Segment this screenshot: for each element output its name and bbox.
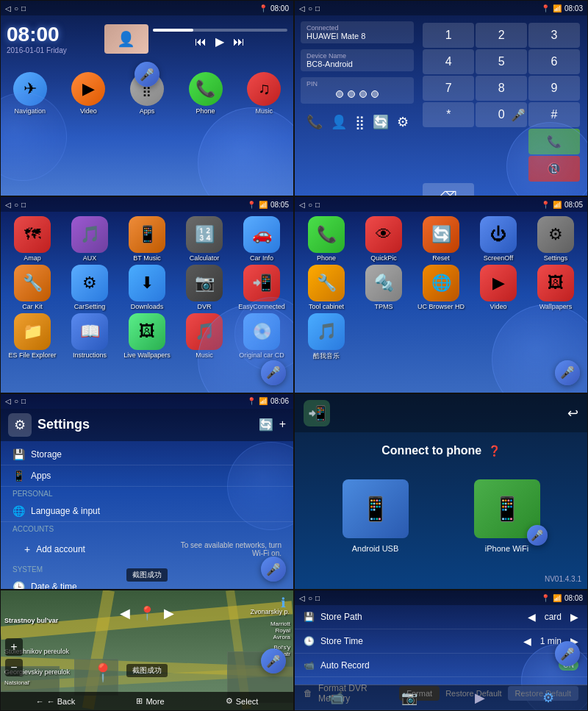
app-kuwo-music[interactable]: 🎵 酷我音乐: [299, 313, 354, 361]
dvr-tab-4[interactable]: ⚙: [542, 690, 554, 706]
app-screen-off[interactable]: ⏻ ScreenOff: [471, 216, 526, 262]
app-es-file-explorer[interactable]: 📁 ES File Explorer: [5, 313, 60, 359]
nav-item-video[interactable]: ▶ Video: [71, 72, 105, 115]
app-tool-cabinet[interactable]: 🔧 Tool cabinet: [299, 265, 354, 310]
dvr-tab-2[interactable]: 📷: [401, 690, 417, 706]
dvr-tab-3[interactable]: ▶: [475, 690, 485, 706]
nav-left-arrow[interactable]: ◀: [120, 605, 130, 621]
store-path-right-arrow[interactable]: ▶: [570, 611, 578, 623]
recent-icon-p5[interactable]: □: [21, 397, 26, 405]
dial-3[interactable]: 3: [528, 23, 580, 48]
app-live-wallpapers[interactable]: 🖼 Live Wallpapers: [120, 313, 174, 359]
p2-time: 08:03: [564, 4, 583, 12]
nav-info-icon[interactable]: ℹ: [281, 595, 286, 611]
dvr-tab-1[interactable]: 📹: [328, 690, 344, 706]
nav-location-marker: 📍: [139, 605, 155, 621]
dial-4[interactable]: 4: [423, 49, 474, 74]
settings-add-account[interactable]: + Add account: [12, 539, 171, 560]
back-icon-p5[interactable]: ◁: [5, 397, 11, 405]
back-button-p6[interactable]: ↩: [567, 405, 578, 421]
dial-phone-icon[interactable]: 📞: [306, 114, 323, 130]
home-icon-p3[interactable]: ○: [14, 201, 18, 209]
panel-connect-phone: 📲 ↩ Connect to phone ❓ 📱 Android USB 📱 🎤: [294, 393, 588, 590]
dial-0[interactable]: 0 🎤: [476, 102, 527, 127]
app-reset[interactable]: 🔄 Reset: [414, 216, 468, 262]
back-icon[interactable]: ◁: [5, 4, 11, 12]
play-icon[interactable]: ▶: [215, 35, 224, 49]
recent-icon-p8[interactable]: □: [315, 594, 320, 602]
mic-button-dvr[interactable]: 🎤: [555, 641, 580, 666]
app-bt-music[interactable]: 📱 BT Music: [120, 216, 174, 262]
zoom-in-button[interactable]: +: [5, 638, 23, 656]
app-video[interactable]: ▶ Video: [471, 265, 526, 310]
dial-5[interactable]: 5: [476, 49, 527, 74]
signal-icon-p2: 📶: [553, 4, 562, 12]
dial-grid-icon[interactable]: ⣿: [355, 114, 365, 130]
delete-button[interactable]: ⌫: [423, 183, 474, 196]
mic-button-p5[interactable]: 🎤: [261, 557, 286, 582]
mic-button[interactable]: 🎤: [135, 62, 159, 87]
app-settings[interactable]: ⚙ Settings: [528, 216, 583, 262]
app-amap[interactable]: 🗺 Amap: [5, 216, 60, 262]
app-uc-browser[interactable]: 🌐 UC Browser HD: [414, 265, 468, 310]
p8-time: 08:08: [564, 594, 583, 602]
dial-star[interactable]: *: [423, 102, 474, 127]
home-icon-p8[interactable]: ○: [308, 594, 312, 602]
location-icon: 📍: [259, 4, 268, 12]
app-calculator[interactable]: 🔢 Calculator: [177, 216, 232, 262]
prev-track-icon[interactable]: ⏮: [195, 35, 207, 49]
nav-item-phone[interactable]: 📞 Phone: [189, 72, 223, 115]
app-instructions[interactable]: 📖 Instructions: [62, 313, 117, 359]
back-icon-p8[interactable]: ◁: [299, 594, 305, 602]
dial-refresh-icon[interactable]: 🔄: [373, 114, 389, 130]
dial-contact-icon[interactable]: 👤: [331, 114, 347, 130]
select-button-map[interactable]: ⚙Select: [226, 696, 259, 706]
mic-button-p3[interactable]: 🎤: [261, 360, 286, 385]
iphone-wifi-option[interactable]: 📱 🎤 iPhone WiFi: [474, 479, 540, 553]
dial-1[interactable]: 1: [423, 23, 474, 48]
app-aux[interactable]: 🎵 AUX: [62, 216, 117, 262]
settings-add-icon[interactable]: +: [279, 418, 286, 432]
more-button-map[interactable]: ⊞More: [136, 696, 164, 706]
mic-button-p4[interactable]: 🎤: [555, 360, 580, 385]
dial-8[interactable]: 8: [476, 76, 527, 101]
back-icon-p3[interactable]: ◁: [5, 201, 11, 209]
recent-icon-p4[interactable]: □: [315, 201, 320, 209]
settings-refresh-icon[interactable]: 🔄: [259, 418, 273, 432]
home-icon-p5[interactable]: ○: [14, 397, 18, 405]
nav-right-arrow[interactable]: ▶: [164, 605, 174, 621]
back-icon-p2[interactable]: ◁: [299, 4, 305, 12]
location-icon-p8: 📍: [541, 594, 550, 602]
app-car-info[interactable]: 🚗 Car Info: [234, 216, 289, 262]
back-button-map[interactable]: ←← Back: [36, 696, 76, 706]
dial-2[interactable]: 2: [476, 23, 527, 48]
app-quickpic[interactable]: 👁 QuickPic: [356, 216, 411, 262]
dial-settings-icon[interactable]: ⚙: [397, 114, 409, 130]
app-tpms[interactable]: 🔩 TPMS: [356, 265, 411, 310]
dial-9[interactable]: 9: [528, 76, 580, 101]
app-car-kit[interactable]: 🔧 Car Kit: [5, 265, 60, 310]
recent-icon-p3[interactable]: □: [21, 201, 26, 209]
back-icon-p4[interactable]: ◁: [299, 201, 305, 209]
store-path-left-arrow[interactable]: ◀: [528, 611, 536, 623]
app-wallpapers[interactable]: 🖼 Wallpapers: [528, 265, 583, 310]
app-car-setting[interactable]: ⚙ CarSetting: [62, 265, 117, 310]
p4-time: 08:05: [564, 201, 583, 209]
recent-icon[interactable]: □: [21, 4, 26, 12]
home-icon[interactable]: ○: [14, 4, 18, 12]
app-phone[interactable]: 📞 Phone: [299, 216, 354, 262]
app-downloads[interactable]: ⬇ Downloads: [120, 265, 174, 310]
zoom-out-button[interactable]: −: [5, 659, 23, 676]
dial-6[interactable]: 6: [528, 49, 580, 74]
app-dvr[interactable]: 📷 DVR: [177, 265, 232, 310]
mic-button-map[interactable]: 🎤: [261, 649, 286, 674]
dial-7[interactable]: 7: [423, 76, 474, 101]
android-usb-option[interactable]: 📱 Android USB: [343, 479, 409, 553]
help-icon[interactable]: ❓: [488, 445, 501, 457]
recent-icon-p2[interactable]: □: [315, 4, 320, 12]
signal-icon-p4: 📶: [553, 201, 562, 209]
home-icon-p4[interactable]: ○: [308, 201, 312, 209]
next-track-icon[interactable]: ⏭: [233, 35, 245, 49]
store-time-left-arrow[interactable]: ◀: [523, 635, 531, 647]
home-icon-p2[interactable]: ○: [308, 4, 312, 12]
